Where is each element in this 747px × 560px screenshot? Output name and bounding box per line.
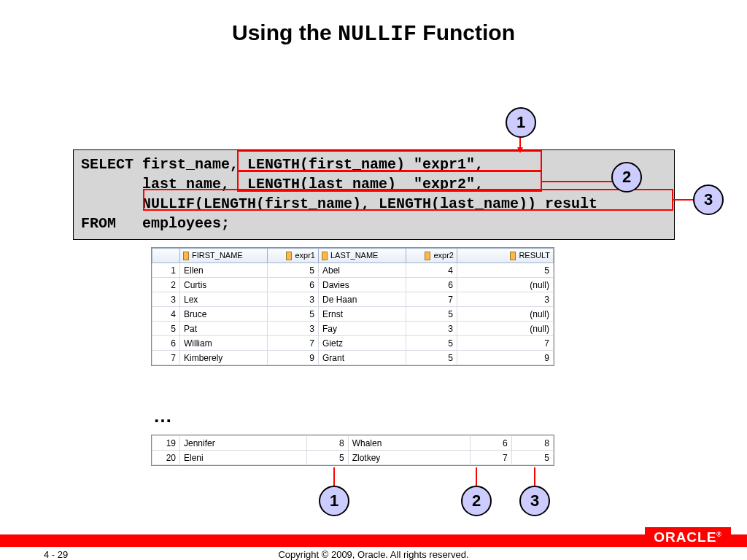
cell-first-name: Lex xyxy=(180,292,268,307)
footer-bar xyxy=(0,534,747,547)
col-rownum xyxy=(152,249,180,263)
cell-expr2: 7 xyxy=(470,451,511,465)
col-expr2: expr2 xyxy=(406,249,457,263)
cell-expr2: 5 xyxy=(406,351,457,365)
table-row: 7Kimberely9Grant59 xyxy=(152,351,554,365)
cell-expr1: 5 xyxy=(306,451,348,465)
oracle-logo: ORACLE® xyxy=(645,527,731,546)
cell-first-name: Curtis xyxy=(180,278,268,292)
cell-result: 3 xyxy=(457,292,554,307)
table-row: 6William7Gietz57 xyxy=(152,336,554,351)
cell-expr2: 7 xyxy=(406,292,457,307)
cell-result: (null) xyxy=(457,307,554,322)
cell-last-name: Gietz xyxy=(319,336,406,351)
cell-expr2: 6 xyxy=(406,278,457,292)
cell-last-name: Grant xyxy=(319,351,406,365)
cell-expr1: 7 xyxy=(268,336,319,351)
cell-result: 8 xyxy=(511,436,553,451)
callout-2-bottom: 2 xyxy=(461,486,492,516)
cell-rownum: 7 xyxy=(152,351,180,365)
cell-rownum: 1 xyxy=(152,263,180,278)
cell-first-name: William xyxy=(180,336,268,351)
cell-expr1: 9 xyxy=(268,351,319,365)
cell-expr1: 6 xyxy=(268,278,319,292)
column-icon xyxy=(425,252,430,260)
cell-last-name: Davies xyxy=(319,278,406,292)
column-icon xyxy=(183,252,189,260)
connector-3 xyxy=(673,199,694,201)
cell-result: (null) xyxy=(457,322,554,336)
callout-1-top: 1 xyxy=(506,107,536,138)
callout-3-bottom: 3 xyxy=(519,486,550,516)
cell-expr1: 5 xyxy=(268,263,319,278)
column-icon xyxy=(510,252,516,260)
table-row: 2Curtis6Davies6(null) xyxy=(152,278,554,292)
cell-expr1: 5 xyxy=(268,307,319,322)
cell-result: (null) xyxy=(457,278,554,292)
cell-expr2: 4 xyxy=(406,263,457,278)
table-row: 19Jennifer8Whalen68 xyxy=(152,436,554,451)
copyright-text: Copyright © 2009, Oracle. All rights res… xyxy=(0,549,747,560)
table-row: 4Bruce5Ernst5(null) xyxy=(152,307,554,322)
cell-result: 5 xyxy=(457,263,554,278)
cell-rownum: 19 xyxy=(152,436,180,451)
title-pre: Using the xyxy=(232,20,338,44)
title-mono: NULLIF xyxy=(338,22,417,47)
highlight-box-1 xyxy=(237,150,542,172)
cell-first-name: Eleni xyxy=(180,451,307,465)
cell-expr1: 3 xyxy=(268,322,319,336)
col-result: RESULT xyxy=(457,249,554,263)
cell-expr2: 5 xyxy=(406,307,457,322)
table-row: 20Eleni5Zlotkey75 xyxy=(152,451,554,465)
cell-first-name: Jennifer xyxy=(180,436,307,451)
cell-rownum: 3 xyxy=(152,292,180,307)
callout-3-top: 3 xyxy=(693,184,724,215)
col-expr1: expr1 xyxy=(268,249,319,263)
cell-rownum: 20 xyxy=(152,451,180,465)
table-row: 1Ellen5Abel45 xyxy=(152,263,554,278)
cell-result: 9 xyxy=(457,351,554,365)
cell-expr2: 5 xyxy=(406,336,457,351)
cell-expr2: 3 xyxy=(406,322,457,336)
col-last-name: LAST_NAME xyxy=(319,249,406,263)
title-post: Function xyxy=(417,20,515,44)
cell-rownum: 2 xyxy=(152,278,180,292)
cell-last-name: Whalen xyxy=(348,436,470,451)
cell-last-name: Abel xyxy=(319,263,406,278)
cell-first-name: Pat xyxy=(180,322,268,336)
callout-2-top: 2 xyxy=(611,162,642,192)
result-grid-top: FIRST_NAME expr1 LAST_NAME expr2 RESULT … xyxy=(151,247,554,366)
cell-result: 5 xyxy=(511,451,553,465)
cell-last-name: Ernst xyxy=(319,307,406,322)
table-row: 3Lex3De Haan73 xyxy=(152,292,554,307)
connector-2b xyxy=(476,467,477,486)
table-row: 5Pat3Fay3(null) xyxy=(152,322,554,336)
cell-first-name: Ellen xyxy=(180,263,268,278)
connector-3b xyxy=(534,467,535,486)
callout-1-bottom: 1 xyxy=(319,486,349,516)
cell-expr1: 3 xyxy=(268,292,319,307)
cell-rownum: 5 xyxy=(152,322,180,336)
cell-expr1: 8 xyxy=(306,436,348,451)
rows-ellipsis: … xyxy=(153,405,172,427)
slide-title: Using the NULLIF Function xyxy=(0,20,747,47)
highlight-box-3 xyxy=(143,189,673,211)
grid-header-row: FIRST_NAME expr1 LAST_NAME expr2 RESULT xyxy=(152,249,554,263)
col-first-name: FIRST_NAME xyxy=(180,249,268,263)
cell-first-name: Kimberely xyxy=(180,351,268,365)
result-grid-bottom: 19Jennifer8Whalen6820Eleni5Zlotkey75 xyxy=(151,435,554,466)
cell-result: 7 xyxy=(457,336,554,351)
connector-1b xyxy=(333,467,335,486)
cell-last-name: Zlotkey xyxy=(348,451,470,465)
column-icon xyxy=(286,252,292,260)
cell-last-name: Fay xyxy=(319,322,406,336)
cell-last-name: De Haan xyxy=(319,292,406,307)
cell-rownum: 6 xyxy=(152,336,180,351)
connector-2 xyxy=(542,181,612,182)
column-icon xyxy=(322,252,328,260)
cell-rownum: 4 xyxy=(152,307,180,322)
cell-expr2: 6 xyxy=(470,436,511,451)
cell-first-name: Bruce xyxy=(180,307,268,322)
